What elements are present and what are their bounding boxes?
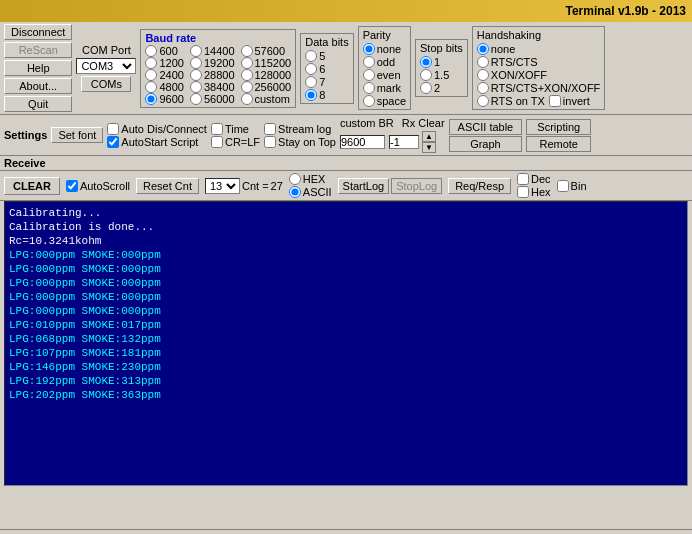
remote-button[interactable]: Remote	[526, 136, 591, 152]
cr-lf-row: CR=LF	[211, 136, 260, 148]
baud-14400-radio[interactable]	[190, 45, 202, 57]
baud-19200: 19200	[190, 57, 235, 69]
data-bits-8-radio[interactable]	[305, 89, 317, 101]
ascii-radio[interactable]	[289, 186, 301, 198]
baud-19200-radio[interactable]	[190, 57, 202, 69]
dec-bin-section: Dec Hex	[517, 173, 551, 198]
stop-bits-1.5-radio[interactable]	[420, 69, 432, 81]
stop-bits-1-radio[interactable]	[420, 56, 432, 68]
baud-rate-section: Baud rate 600 14400 57600 1200 19200	[140, 29, 296, 108]
scripting-button[interactable]: Scripting	[526, 119, 591, 135]
rx-clear-up-btn[interactable]: ▲	[422, 131, 436, 142]
terminal-line: LPG:202ppm SMOKE:363ppm	[9, 388, 683, 402]
baud-28800-radio[interactable]	[190, 69, 202, 81]
baud-custom-radio[interactable]	[241, 93, 253, 105]
top-bar: Disconnect ReScan Help About... Quit COM…	[0, 22, 692, 115]
baud-57600-radio[interactable]	[241, 45, 253, 57]
data-bits-5-radio[interactable]	[305, 50, 317, 62]
data-bits-7-radio[interactable]	[305, 76, 317, 88]
baud-57600-label: 57600	[255, 45, 286, 57]
baud-14400: 14400	[190, 45, 235, 57]
custom-br-input[interactable]	[340, 135, 385, 149]
parity-space-radio[interactable]	[363, 95, 375, 107]
settings-bar: Settings Set font Auto Dis/Connect AutoS…	[0, 115, 692, 156]
coms-button[interactable]: COMs	[81, 76, 131, 92]
quit-button[interactable]: Quit	[4, 96, 72, 112]
stop-bits-1: 1	[420, 56, 463, 68]
start-log-button[interactable]: StartLog	[338, 178, 390, 194]
stop-bits-2: 2	[420, 82, 463, 94]
rescan-button[interactable]: ReScan	[4, 42, 72, 58]
log-buttons: StartLog StopLog	[338, 178, 443, 194]
custom-br-inputs-row: ▲ ▼	[340, 131, 445, 153]
handshake-rtsontx-label: RTS on TX	[491, 95, 545, 107]
parity-none-radio[interactable]	[363, 43, 375, 55]
time-label: Time	[225, 123, 249, 135]
dec-label: Dec	[531, 173, 551, 185]
handshake-both-radio[interactable]	[477, 82, 489, 94]
baud-600-label: 600	[159, 45, 177, 57]
terminal-line: LPG:000ppm SMOKE:000ppm	[9, 304, 683, 318]
checkboxes-group2: Time CR=LF	[211, 123, 260, 148]
parity-none-label: none	[377, 43, 401, 55]
auto-dis-connect-checkbox[interactable]	[107, 123, 119, 135]
baud-600-radio[interactable]	[145, 45, 157, 57]
stay-on-top-row: Stay on Top	[264, 136, 336, 148]
about-button[interactable]: About...	[4, 78, 72, 94]
hex-checkbox[interactable]	[517, 186, 529, 198]
data-bits-6-radio[interactable]	[305, 63, 317, 75]
baud-custom: custom	[241, 93, 292, 105]
com-port-select[interactable]: COM3 COM1 COM2 COM4	[76, 58, 136, 74]
handshake-none-radio[interactable]	[477, 43, 489, 55]
disconnect-button[interactable]: Disconnect	[4, 24, 72, 40]
baud-256000-radio[interactable]	[241, 81, 253, 93]
bin-checkbox[interactable]	[557, 180, 569, 192]
clear-button[interactable]: CLEAR	[4, 177, 60, 195]
time-checkbox[interactable]	[211, 123, 223, 135]
baud-rate-grid: 600 14400 57600 1200 19200 115200	[145, 45, 291, 105]
handshake-xonxoff-radio[interactable]	[477, 69, 489, 81]
ascii-table-button[interactable]: ASCII table	[449, 119, 523, 135]
stop-bits-title: Stop bits	[420, 42, 463, 54]
cr-lf-checkbox[interactable]	[211, 136, 223, 148]
rx-clear-input[interactable]	[389, 135, 419, 149]
hex-radio[interactable]	[289, 173, 301, 185]
baud-custom-label: custom	[255, 93, 290, 105]
terminal-area[interactable]: Calibrating...Calibration is done...Rc=1…	[4, 201, 688, 486]
baud-128000-radio[interactable]	[241, 69, 253, 81]
baud-2400-radio[interactable]	[145, 69, 157, 81]
parity-mark-radio[interactable]	[363, 82, 375, 94]
handshake-rtscts-radio[interactable]	[477, 56, 489, 68]
handshake-rtsontx-radio[interactable]	[477, 95, 489, 107]
baud-38400-radio[interactable]	[190, 81, 202, 93]
parity-odd-radio[interactable]	[363, 56, 375, 68]
set-font-button[interactable]: Set font	[51, 127, 103, 143]
stay-on-top-checkbox[interactable]	[264, 136, 276, 148]
auto-start-script-checkbox[interactable]	[107, 136, 119, 148]
baud-115200-radio[interactable]	[241, 57, 253, 69]
graph-button[interactable]: Graph	[449, 136, 523, 152]
count-select[interactable]: 13	[205, 178, 240, 194]
stay-on-top-label: Stay on Top	[278, 136, 336, 148]
auto-dis-connect-row: Auto Dis/Connect	[107, 123, 207, 135]
baud-9600-radio[interactable]	[145, 93, 157, 105]
help-button[interactable]: Help	[4, 60, 72, 76]
hex-check-row: Hex	[517, 186, 551, 198]
handshake-invert-checkbox[interactable]	[549, 95, 561, 107]
baud-56000-radio[interactable]	[190, 93, 202, 105]
baud-1200-radio[interactable]	[145, 57, 157, 69]
req-resp-button[interactable]: Req/Resp	[448, 178, 511, 194]
parity-even-radio[interactable]	[363, 69, 375, 81]
stream-log-checkbox[interactable]	[264, 123, 276, 135]
data-bits-8-label: 8	[319, 89, 325, 101]
parity-odd-label: odd	[377, 56, 395, 68]
baud-1200-label: 1200	[159, 57, 183, 69]
stop-bits-2-radio[interactable]	[420, 82, 432, 94]
rx-clear-down-btn[interactable]: ▼	[422, 142, 436, 153]
baud-4800-radio[interactable]	[145, 81, 157, 93]
settings-label: Settings	[4, 129, 47, 141]
reset-cnt-button[interactable]: Reset Cnt	[136, 178, 199, 194]
dec-checkbox[interactable]	[517, 173, 529, 185]
auto-scroll-checkbox[interactable]	[66, 180, 78, 192]
checkboxes-group: Auto Dis/Connect AutoStart Script	[107, 123, 207, 148]
